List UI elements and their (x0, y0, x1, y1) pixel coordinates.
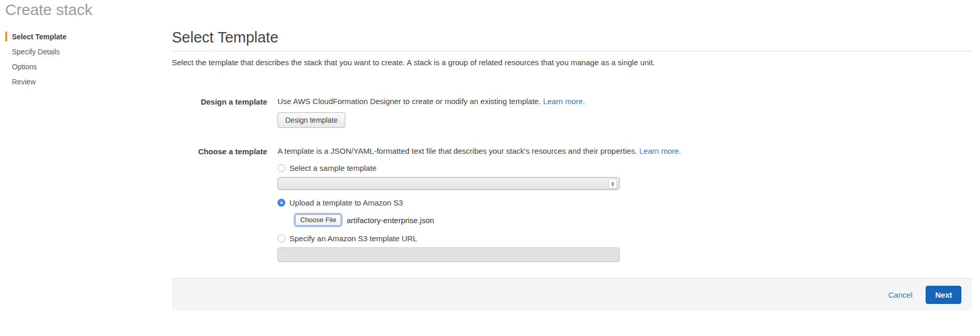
design-template-label: Design a template (172, 97, 267, 106)
radio-button-icon[interactable] (277, 164, 285, 172)
wizard-step-select-template[interactable]: Select Template (5, 29, 135, 44)
radio-select-sample-template[interactable]: Select a sample template (277, 164, 681, 172)
radio-label: Specify an Amazon S3 template URL (289, 234, 417, 243)
sample-template-select[interactable]: ▲▼ (277, 177, 620, 190)
radio-upload-template[interactable]: Upload a template to Amazon S3 (277, 198, 681, 207)
radio-specify-s3-url[interactable]: Specify an Amazon S3 template URL (277, 234, 681, 243)
radio-label: Select a sample template (289, 164, 376, 172)
create-stack-page: Create stack Select Template Specify Det… (0, 0, 980, 336)
design-template-row: Design a template Use AWS CloudFormation… (172, 97, 972, 128)
heading-divider (172, 51, 972, 51)
active-step-indicator (5, 32, 7, 41)
wizard-step-nav: Select Template Specify Details Options … (5, 29, 135, 89)
main-content: Select Template Select the template that… (172, 23, 972, 262)
wizard-step-label: Options (12, 63, 37, 71)
wizard-step-options[interactable]: Options (5, 59, 135, 74)
wizard-step-label: Review (12, 78, 36, 86)
sample-template-select-value (278, 179, 282, 187)
choose-template-label: Choose a template (172, 147, 267, 156)
section-heading: Select Template (172, 29, 972, 46)
select-stepper-icon: ▲▼ (608, 179, 617, 188)
s3-template-url-input[interactable] (277, 247, 620, 262)
choose-file-button[interactable]: Choose File (295, 214, 341, 226)
footer-action-bar: Cancel Next (172, 278, 972, 311)
radio-label: Upload a template to Amazon S3 (289, 198, 403, 207)
design-learn-more-link[interactable]: Learn more. (543, 97, 585, 106)
design-template-button[interactable]: Design template (277, 112, 345, 128)
wizard-step-review[interactable]: Review (5, 74, 135, 89)
cancel-button[interactable]: Cancel (888, 290, 913, 299)
choose-learn-more-link[interactable]: Learn more. (639, 147, 681, 155)
page-title: Create stack (5, 1, 92, 19)
wizard-step-label: Select Template (12, 33, 67, 41)
file-upload-row: Choose File artifactory-enterprise.json (295, 214, 681, 226)
choose-template-row: Choose a template A template is a JSON/Y… (172, 147, 972, 262)
wizard-step-label: Specify Details (12, 48, 60, 56)
choose-template-description: A template is a JSON/YAML-formatted text… (277, 147, 639, 155)
design-template-description: Use AWS CloudFormation Designer to creat… (277, 97, 543, 106)
radio-button-icon[interactable] (277, 235, 285, 242)
uploaded-file-name: artifactory-enterprise.json (346, 216, 434, 225)
wizard-step-specify-details[interactable]: Specify Details (5, 44, 135, 59)
radio-button-icon-checked[interactable] (277, 199, 285, 207)
section-description: Select the template that describes the s… (172, 58, 972, 67)
next-button[interactable]: Next (926, 286, 961, 304)
